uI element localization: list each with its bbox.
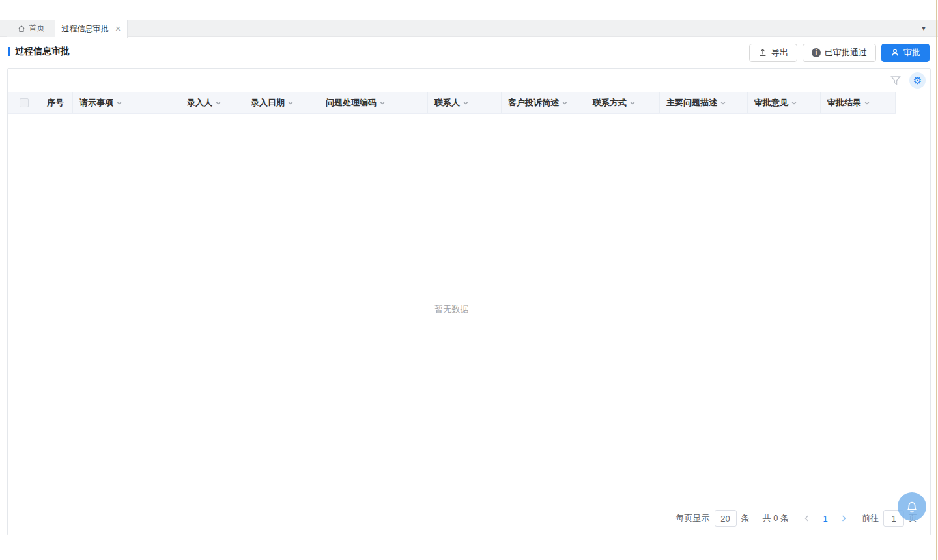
next-page-icon[interactable]	[834, 510, 853, 527]
tab-home[interactable]: 首页	[7, 20, 55, 37]
action-button-group: 导出 i 已审批通过 审批	[749, 44, 930, 62]
notification-fab[interactable]	[898, 492, 926, 521]
tab-process-approval[interactable]: 过程信息审批 ✕	[55, 20, 128, 38]
settings-gear-icon[interactable]: ⚙	[909, 72, 926, 89]
sort-chevron-icon[interactable]	[561, 100, 568, 106]
approve-person-icon	[890, 48, 900, 57]
approve-button-label: 审批	[903, 47, 920, 59]
filter-icon[interactable]	[890, 75, 902, 87]
page-root: 首页 过程信息审批 ✕ ▾ 过程信息审批 导出 i 已审批通过	[0, 0, 938, 560]
per-page-label: 每页显示	[676, 512, 710, 524]
select-all-cell	[8, 92, 40, 113]
column-header-seq: 序号	[40, 92, 73, 113]
export-button-label: 导出	[771, 47, 788, 59]
goto-label: 前往	[862, 512, 879, 524]
tab-close-icon[interactable]: ✕	[115, 25, 121, 33]
table-panel: ⚙ 序号 请示事项 录入人 录入日期 问题处理编码	[7, 68, 931, 535]
tab-collapse-icon[interactable]: ▾	[917, 20, 930, 37]
sort-chevron-icon[interactable]	[629, 100, 636, 106]
sort-chevron-icon[interactable]	[116, 100, 122, 106]
approved-button-label: 已审批通过	[825, 47, 867, 59]
sort-chevron-icon[interactable]	[287, 100, 294, 106]
tab-active-label: 过程信息审批	[61, 23, 108, 35]
page-size-input[interactable]	[715, 510, 737, 527]
column-header-issue-code[interactable]: 问题处理编码	[319, 92, 428, 113]
column-header-request-item[interactable]: 请示事项	[73, 92, 180, 113]
approved-button[interactable]: i 已审批通过	[803, 44, 876, 62]
column-header-complaint-summary[interactable]: 客户投诉简述	[502, 92, 586, 113]
approve-button[interactable]: 审批	[881, 44, 930, 62]
sort-chevron-icon[interactable]	[379, 100, 386, 106]
export-icon	[758, 48, 767, 57]
sort-chevron-icon[interactable]	[215, 100, 221, 106]
column-header-contact-method[interactable]: 联系方式	[586, 92, 660, 113]
column-header-entered-by[interactable]: 录入人	[180, 92, 244, 113]
sort-chevron-icon[interactable]	[462, 100, 469, 106]
empty-state-text: 暂无数据	[435, 303, 469, 315]
page-title-text: 过程信息审批	[15, 46, 70, 57]
sort-chevron-icon[interactable]	[864, 100, 870, 106]
sort-chevron-icon[interactable]	[720, 100, 726, 106]
select-all-checkbox[interactable]	[20, 98, 29, 107]
column-header-contact-person[interactable]: 联系人	[428, 92, 502, 113]
table-toolbar: ⚙	[8, 69, 930, 92]
column-header-entry-date[interactable]: 录入日期	[244, 92, 319, 113]
prev-page-icon[interactable]	[798, 510, 816, 527]
pagination: 每页显示 条 共 0 条 1 前往 页	[676, 510, 917, 527]
home-icon	[18, 25, 25, 33]
table-header-row: 序号 请示事项 录入人 录入日期 问题处理编码 联系人	[8, 92, 896, 114]
title-accent-bar	[8, 47, 10, 56]
total-count-text: 共 0 条	[763, 512, 789, 524]
table-empty-state: 暂无数据	[8, 114, 896, 505]
tab-home-label: 首页	[29, 23, 45, 34]
column-header-approval-result[interactable]: 审批结果	[821, 92, 896, 113]
sort-chevron-icon[interactable]	[791, 100, 797, 106]
column-header-approval-opinion[interactable]: 审批意见	[748, 92, 821, 113]
page-number-1[interactable]: 1	[816, 514, 834, 524]
page-edge-divider	[936, 0, 937, 560]
title-bar: 过程信息审批 导出 i 已审批通过	[0, 43, 938, 63]
tab-bar: 首页 过程信息审批 ✕ ▾	[0, 20, 938, 37]
bell-icon	[905, 499, 919, 514]
per-page-unit: 条	[741, 512, 750, 524]
page-title: 过程信息审批	[8, 46, 70, 57]
column-header-main-issue-desc[interactable]: 主要问题描述	[660, 92, 748, 113]
export-button[interactable]: 导出	[749, 44, 797, 62]
approved-info-icon: i	[812, 48, 821, 57]
